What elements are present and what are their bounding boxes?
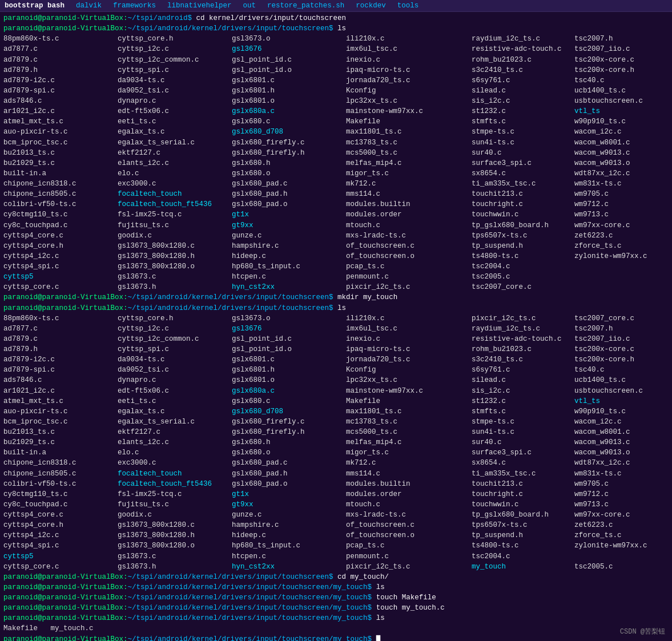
ls-output-1: 88pm860x-ts.ccyttsp_core.hgsl3673.oili21… [3, 34, 669, 292]
terminal-content: paranoid@paranoid-VirtualBox:~/tspi/andr… [0, 12, 672, 641]
tab-bar[interactable]: bootstrap bash dalvik frameworks libnati… [0, 0, 672, 12]
cmd-ls-after-touch: paranoid@paranoid-VirtualBox:~/tspi/andr… [3, 613, 669, 623]
watermark: CSDN @苦梨钮 [620, 627, 665, 636]
tab-dalvik[interactable]: dalvik [74, 1, 104, 10]
ls-output-my-touch: Makefile my_touch.c [3, 623, 669, 634]
cmd-cd-my-touch: paranoid@paranoid-VirtualBox:~/tspi/andr… [3, 572, 669, 582]
tab-libnativehelper[interactable]: libnativehelper [165, 1, 234, 10]
tab-restore-patches[interactable]: restore_patches.sh [265, 1, 347, 10]
tab-bootstrap-bash[interactable]: bootstrap bash [2, 1, 67, 10]
cmd-mkdir: paranoid@paranoid-VirtualBox:~/tspi/andr… [3, 292, 669, 303]
cmd-ls-1: paranoid@paranoid-VirtualBox:~/tspi/andr… [3, 23, 669, 34]
tab-frameworks[interactable]: frameworks [111, 1, 158, 10]
ls-output-2: 88pm860x-ts.ccyttsp_core.hgsl3673.oili21… [3, 313, 669, 572]
cmd-cd-touchscreen: paranoid@paranoid-VirtualBox:~/tspi/andr… [3, 13, 669, 23]
tab-tools[interactable]: tools [395, 1, 421, 10]
cmd-ls-2: paranoid@paranoid-VirtualBox:~/tspi/andr… [3, 303, 669, 313]
final-prompt: paranoid@paranoid-VirtualBox:~/tspi/andr… [3, 634, 669, 642]
cmd-ls-my-touch: paranoid@paranoid-VirtualBox:~/tspi/andr… [3, 582, 669, 592]
tab-rockdev[interactable]: rockdev [353, 1, 388, 10]
tab-out[interactable]: out [241, 1, 259, 10]
cmd-touch-my-touch-c: paranoid@paranoid-VirtualBox:~/tspi/andr… [3, 603, 669, 613]
terminal: bootstrap bash dalvik frameworks libnati… [0, 0, 672, 641]
cmd-touch-makefile: paranoid@paranoid-VirtualBox:~/tspi/andr… [3, 592, 669, 603]
